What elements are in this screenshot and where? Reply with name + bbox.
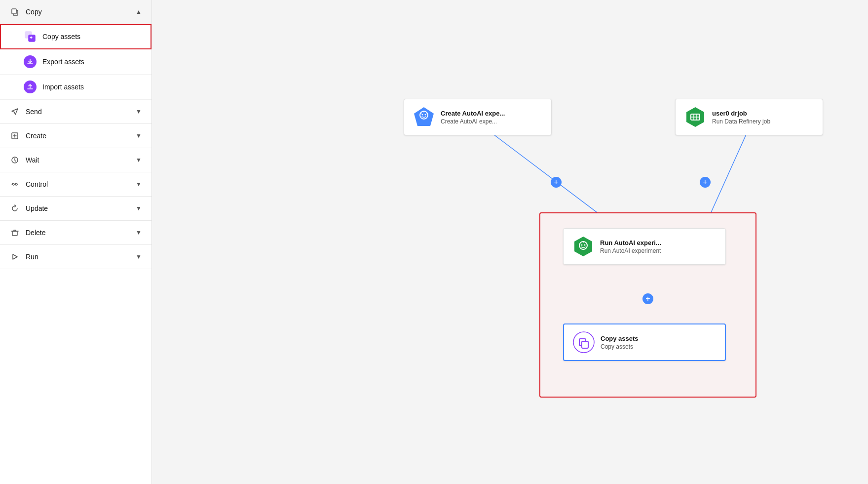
sidebar-item-export-assets[interactable]: Export assets xyxy=(0,49,151,75)
export-assets-icon xyxy=(24,55,37,68)
svg-marker-18 xyxy=(574,237,592,256)
sidebar: Copy ▲ Copy assets Export assets xyxy=(0,0,152,484)
sidebar-section-copy-label: Copy xyxy=(26,8,42,16)
create-autoai-icon xyxy=(413,106,435,128)
sidebar-section-control-label: Control xyxy=(26,180,48,188)
wait-icon xyxy=(10,155,20,165)
svg-point-21 xyxy=(584,244,586,246)
sidebar-section-create-label: Create xyxy=(26,132,46,140)
copy-assets-node-icon xyxy=(573,331,595,353)
svg-rect-1 xyxy=(12,9,16,14)
svg-rect-24 xyxy=(582,341,588,348)
copy-chevron-up-icon: ▲ xyxy=(136,8,142,15)
run-icon xyxy=(10,252,20,262)
copy-assets-node-text: Copy assets Copy assets xyxy=(601,335,639,350)
svg-marker-12 xyxy=(414,107,434,126)
plus-connector-1[interactable]: + xyxy=(551,177,562,188)
run-chevron-icon: ▼ xyxy=(136,253,142,260)
user0-drjob-subtitle: Run Data Refinery job xyxy=(712,118,770,125)
svg-point-20 xyxy=(581,244,583,246)
update-chevron-icon: ▼ xyxy=(136,205,142,212)
create-autoai-subtitle: Create AutoAI expe... xyxy=(441,118,505,125)
delete-chevron-icon: ▼ xyxy=(136,229,142,236)
connections-svg xyxy=(152,0,868,484)
sidebar-section-run[interactable]: Run ▼ xyxy=(0,245,151,269)
node-create-autoai[interactable]: Create AutoAI expe... Create AutoAI expe… xyxy=(404,99,552,135)
sidebar-section-wait-label: Wait xyxy=(26,156,39,164)
wait-chevron-icon: ▼ xyxy=(136,157,142,163)
copy-assets-icon xyxy=(24,30,37,43)
sidebar-item-import-assets[interactable]: Import assets xyxy=(0,75,151,100)
run-autoai-title: Run AutoAI experi... xyxy=(600,239,661,246)
sidebar-item-copy-assets[interactable]: Copy assets xyxy=(0,24,151,49)
run-autoai-text: Run AutoAI experi... Run AutoAI experime… xyxy=(600,239,661,254)
sidebar-section-create[interactable]: Create ▼ xyxy=(0,124,151,148)
svg-rect-8 xyxy=(12,231,17,236)
update-icon xyxy=(10,203,20,213)
user0-drjob-text: user0 drjob Run Data Refinery job xyxy=(712,110,770,125)
sidebar-section-send-label: Send xyxy=(26,108,42,116)
node-run-autoai[interactable]: Run AutoAI experi... Run AutoAI experime… xyxy=(563,228,726,265)
send-chevron-icon: ▼ xyxy=(136,108,142,115)
svg-point-15 xyxy=(425,114,426,116)
svg-point-14 xyxy=(422,114,423,116)
sidebar-section-copy[interactable]: Copy ▲ xyxy=(0,0,151,24)
sidebar-section-control[interactable]: Control ▼ xyxy=(0,172,151,197)
sidebar-item-export-assets-label: Export assets xyxy=(42,58,84,66)
user0-drjob-icon xyxy=(684,106,706,128)
delete-icon xyxy=(10,228,20,238)
create-icon xyxy=(10,131,20,141)
sidebar-section-update-label: Update xyxy=(26,204,48,212)
sidebar-item-copy-assets-label: Copy assets xyxy=(42,33,80,40)
run-autoai-subtitle: Run AutoAI experiment xyxy=(600,247,661,254)
run-autoai-icon xyxy=(572,236,594,257)
sidebar-section-send[interactable]: Send ▼ xyxy=(0,100,151,124)
node-copy-assets[interactable]: Copy assets Copy assets xyxy=(563,323,726,361)
sidebar-section-wait[interactable]: Wait ▼ xyxy=(0,148,151,172)
sidebar-section-delete[interactable]: Delete ▼ xyxy=(0,221,151,245)
user0-drjob-title: user0 drjob xyxy=(712,110,770,117)
create-autoai-text: Create AutoAI expe... Create AutoAI expe… xyxy=(441,110,505,125)
copy-section-icon xyxy=(10,7,20,17)
copy-assets-node-subtitle: Copy assets xyxy=(601,343,639,350)
sidebar-section-update[interactable]: Update ▼ xyxy=(0,197,151,221)
sidebar-item-import-assets-label: Import assets xyxy=(42,83,84,91)
import-assets-icon xyxy=(24,81,37,93)
send-icon xyxy=(10,107,20,117)
node-user0-drjob[interactable]: user0 drjob Run Data Refinery job xyxy=(675,99,823,135)
create-chevron-icon: ▼ xyxy=(136,132,142,139)
canvas: Create AutoAI expe... Create AutoAI expe… xyxy=(152,0,868,484)
plus-connector-2[interactable]: + xyxy=(700,177,711,188)
svg-rect-3 xyxy=(29,35,35,41)
copy-assets-node-title: Copy assets xyxy=(601,335,639,342)
plus-connector-3[interactable]: + xyxy=(642,293,653,304)
control-chevron-icon: ▼ xyxy=(136,181,142,188)
sidebar-section-delete-label: Delete xyxy=(26,229,45,237)
create-autoai-title: Create AutoAI expe... xyxy=(441,110,505,117)
control-icon xyxy=(10,179,20,189)
sidebar-section-run-label: Run xyxy=(26,253,38,261)
